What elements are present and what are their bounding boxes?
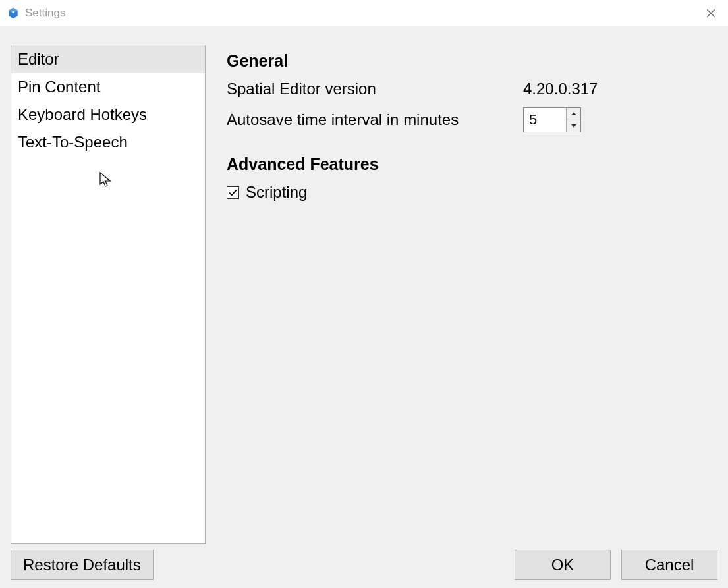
row-autosave: Autosave time interval in minutes [227, 107, 715, 132]
svg-marker-3 [571, 112, 576, 115]
settings-category-list: Editor Pin Content Keyboard Hotkeys Text… [11, 45, 206, 544]
window-title: Settings [25, 7, 65, 20]
ok-button[interactable]: OK [515, 550, 611, 580]
app-icon [7, 7, 20, 20]
scripting-label: Scripting [246, 183, 307, 201]
dialog-footer: Restore Defaults OK Cancel [11, 550, 717, 580]
autosave-step-down[interactable] [567, 120, 580, 132]
sidebar-item-label: Editor [18, 50, 59, 68]
row-scripting: Scripting [227, 183, 715, 201]
sidebar-item-label: Pin Content [18, 78, 100, 95]
svg-point-0 [12, 11, 14, 13]
row-version: Spatial Editor version 4.20.0.317 [227, 80, 715, 98]
close-button[interactable] [703, 5, 719, 21]
section-title-general: General [227, 51, 715, 70]
client-area: Editor Pin Content Keyboard Hotkeys Text… [0, 26, 728, 588]
sidebar-item-text-to-speech[interactable]: Text-To-Speech [11, 128, 205, 156]
autosave-label: Autosave time interval in minutes [227, 111, 523, 129]
scripting-checkbox[interactable] [227, 186, 239, 199]
autosave-spinner [523, 107, 581, 132]
svg-marker-4 [571, 124, 576, 128]
sidebar-item-keyboard-hotkeys[interactable]: Keyboard Hotkeys [11, 101, 205, 128]
sidebar-item-label: Keyboard Hotkeys [18, 105, 147, 123]
sidebar-item-editor[interactable]: Editor [11, 45, 205, 73]
sidebar-item-pin-content[interactable]: Pin Content [11, 73, 205, 101]
titlebar: Settings [0, 0, 728, 26]
restore-defaults-button[interactable]: Restore Defaults [11, 550, 154, 580]
version-label: Spatial Editor version [227, 80, 523, 98]
autosave-input[interactable] [524, 108, 566, 132]
cancel-button[interactable]: Cancel [621, 550, 717, 580]
autosave-step-up[interactable] [567, 108, 580, 120]
settings-content: General Spatial Editor version 4.20.0.31… [227, 51, 715, 201]
sidebar-item-label: Text-To-Speech [18, 133, 128, 151]
section-title-advanced: Advanced Features [227, 155, 715, 174]
version-value: 4.20.0.317 [523, 80, 598, 98]
